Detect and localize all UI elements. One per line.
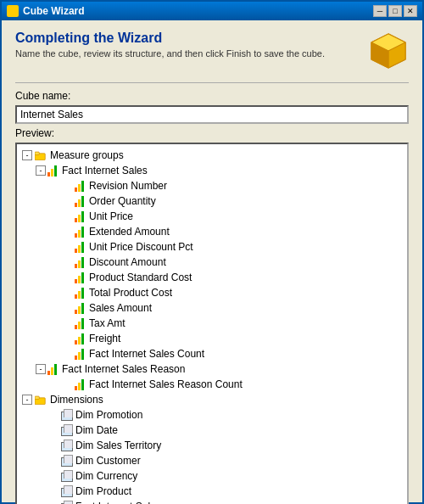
cube-name-row: Cube name: bbox=[15, 90, 409, 102]
tree-row[interactable]: Freight bbox=[19, 331, 405, 346]
cube-name-label: Cube name: bbox=[15, 90, 70, 102]
tree-node-label: Revision Number bbox=[89, 180, 167, 192]
measure-icon bbox=[75, 318, 86, 329]
svg-rect-5 bbox=[35, 152, 39, 155]
tree-node-label: Product Standard Cost bbox=[89, 272, 192, 283]
tree-row[interactable]: Fact Internet Sales Reason Count bbox=[19, 377, 405, 392]
tree-node-label: Dim Customer bbox=[75, 455, 141, 467]
tree-node-label: Discount Amount bbox=[89, 256, 166, 268]
tree-row[interactable]: Fact Internet Sales bbox=[19, 499, 405, 504]
tree-node-label: Order Quantity bbox=[89, 195, 156, 207]
tree-row[interactable]: - Dimensions bbox=[19, 392, 405, 407]
measure-icon bbox=[47, 165, 59, 176]
measure-icon bbox=[75, 349, 86, 360]
tree-node-label: Tax Amt bbox=[89, 317, 126, 329]
tree-row[interactable]: Fact Internet Sales Count bbox=[19, 346, 405, 361]
folder-open-icon bbox=[34, 149, 47, 161]
dimension-icon bbox=[61, 455, 73, 467]
expand-icon[interactable]: - bbox=[36, 165, 46, 176]
tree-node-label: Fact Internet Sales bbox=[75, 501, 161, 504]
tree-row[interactable]: Product Standard Cost bbox=[19, 270, 405, 285]
cube-icon bbox=[7, 5, 19, 17]
tree-row[interactable]: - Measure groups bbox=[19, 148, 405, 163]
tree-node-label: Fact Internet Sales Count bbox=[89, 348, 204, 360]
cube-name-input-row bbox=[15, 105, 409, 124]
expand-icon[interactable]: - bbox=[36, 364, 46, 374]
header-description: Name the cube, review its structure, and… bbox=[15, 48, 368, 59]
tree-row[interactable]: Revision Number bbox=[19, 178, 405, 193]
tree-node-label: Dim Promotion bbox=[75, 409, 142, 421]
dimension-icon bbox=[61, 409, 73, 421]
header-title: Completing the Wizard bbox=[15, 31, 368, 46]
tree-node-label: Dim Sales Territory bbox=[75, 440, 161, 451]
dimension-icon bbox=[61, 485, 73, 497]
tree-node-label: Unit Price Discount Pct bbox=[89, 241, 193, 253]
tree-row[interactable]: - Fact Internet Sales bbox=[19, 163, 405, 178]
tree-row[interactable]: Dim Product bbox=[19, 484, 405, 499]
wizard-content: Completing the Wizard Name the cube, rev… bbox=[2, 20, 422, 504]
tree-node-label: Fact Internet Sales Reason bbox=[62, 363, 185, 375]
tree-node-label: Dim Currency bbox=[75, 470, 137, 482]
measure-icon bbox=[75, 196, 86, 207]
tree-row[interactable]: Extended Amount bbox=[19, 224, 405, 239]
minimize-button[interactable]: ─ bbox=[373, 5, 387, 17]
tree-row[interactable]: Sales Amount bbox=[19, 300, 405, 316]
tree-row[interactable]: Dim Date bbox=[19, 423, 405, 438]
folder-open-icon bbox=[34, 394, 47, 406]
measure-icon bbox=[75, 288, 86, 299]
dimension-icon bbox=[61, 424, 73, 436]
tree-node-label: Total Product Cost bbox=[89, 287, 172, 299]
window-title: Cube Wizard bbox=[23, 5, 85, 17]
wizard-window: Cube Wizard ─ □ ✕ Completing the Wizard … bbox=[0, 0, 424, 504]
tree-row[interactable]: Unit Price bbox=[19, 209, 405, 224]
tree-row[interactable]: Order Quantity bbox=[19, 193, 405, 209]
measure-icon bbox=[75, 272, 86, 283]
measure-icon bbox=[75, 303, 86, 314]
header-section: Completing the Wizard Name the cube, rev… bbox=[15, 31, 409, 74]
dimension-icon bbox=[61, 501, 73, 504]
dimension-icon bbox=[61, 470, 73, 482]
tree-node-label: Extended Amount bbox=[89, 226, 170, 238]
close-button[interactable]: ✕ bbox=[404, 5, 417, 17]
header-divider bbox=[15, 82, 409, 83]
tree-row[interactable]: Dim Currency bbox=[19, 468, 405, 484]
tree-node-label: Dim Date bbox=[75, 424, 118, 436]
preview-tree[interactable]: - Measure groups - Fact Internet Sales bbox=[15, 143, 409, 504]
tree-row[interactable]: Total Product Cost bbox=[19, 285, 405, 300]
tree-node-label: Measure groups bbox=[50, 149, 124, 161]
measure-icon bbox=[75, 211, 86, 222]
title-bar-left: Cube Wizard bbox=[7, 5, 85, 17]
tree-row[interactable]: Dim Customer bbox=[19, 453, 405, 468]
header-text: Completing the Wizard Name the cube, rev… bbox=[15, 31, 368, 59]
tree-row[interactable]: Unit Price Discount Pct bbox=[19, 239, 405, 255]
measure-icon bbox=[75, 379, 86, 390]
title-bar: Cube Wizard ─ □ ✕ bbox=[2, 2, 422, 20]
preview-label: Preview: bbox=[15, 127, 409, 139]
expand-icon[interactable]: - bbox=[22, 395, 32, 405]
cube-name-input[interactable] bbox=[15, 105, 409, 124]
tree-row[interactable]: Dim Sales Territory bbox=[19, 438, 405, 453]
tree-row[interactable]: Dim Promotion bbox=[19, 407, 405, 423]
tree-node-label: Fact Internet Sales Reason Count bbox=[89, 378, 243, 390]
tree-node-label: Fact Internet Sales bbox=[62, 165, 148, 176]
tree-node-label: Sales Amount bbox=[89, 302, 152, 314]
tree-row[interactable]: Discount Amount bbox=[19, 255, 405, 270]
tree-node-label: Freight bbox=[89, 333, 120, 344]
measure-icon bbox=[75, 242, 86, 253]
measure-icon bbox=[75, 257, 86, 268]
tree-row[interactable]: - Fact Internet Sales Reason bbox=[19, 361, 405, 377]
tree-node-label: Unit Price bbox=[89, 210, 133, 222]
measure-icon bbox=[75, 227, 86, 238]
tree-row[interactable]: Tax Amt bbox=[19, 316, 405, 331]
measure-icon bbox=[75, 333, 86, 344]
tree-node-label: Dim Product bbox=[75, 485, 131, 497]
dimension-icon bbox=[61, 440, 73, 451]
measure-icon bbox=[47, 364, 59, 375]
expand-icon[interactable]: - bbox=[22, 150, 32, 160]
window-controls: ─ □ ✕ bbox=[373, 5, 417, 17]
svg-rect-7 bbox=[35, 396, 39, 400]
measure-icon bbox=[75, 181, 86, 192]
tree-node-label: Dimensions bbox=[50, 394, 103, 406]
cube-icon-header bbox=[368, 31, 409, 74]
maximize-button[interactable]: □ bbox=[388, 5, 402, 17]
